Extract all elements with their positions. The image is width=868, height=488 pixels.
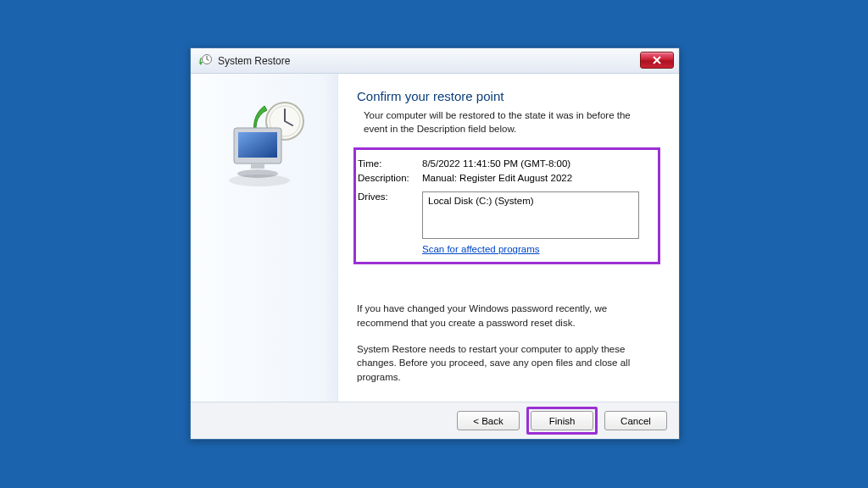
back-button[interactable]: < Back: [457, 411, 520, 430]
description-row: Description: Manual: Register Edit Augus…: [358, 173, 649, 183]
password-note: If you have changed your Windows passwor…: [357, 302, 660, 330]
svg-rect-5: [238, 132, 277, 158]
description-value: Manual: Register Edit August 2022: [422, 173, 572, 183]
svg-rect-6: [251, 164, 264, 169]
content-area: Confirm your restore point Your computer…: [191, 74, 679, 402]
description-label: Description:: [358, 173, 422, 183]
page-heading: Confirm your restore point: [357, 89, 660, 103]
time-row: Time: 8/5/2022 11:41:50 PM (GMT-8:00): [358, 158, 649, 169]
sidebar: [191, 74, 338, 402]
close-button[interactable]: [640, 52, 674, 69]
system-restore-icon: [198, 53, 213, 69]
cancel-button[interactable]: Cancel: [604, 411, 667, 430]
time-label: Time:: [358, 158, 422, 169]
close-icon: [652, 56, 662, 64]
system-restore-window: System Restore: [190, 47, 680, 440]
restart-note: System Restore needs to restart your com…: [357, 342, 660, 385]
restore-point-details: Time: 8/5/2022 11:41:50 PM (GMT-8:00) De…: [353, 147, 660, 264]
page-subtext: Your computer will be restored to the st…: [357, 108, 654, 136]
main-panel: Confirm your restore point Your computer…: [338, 74, 679, 402]
time-value: 8/5/2022 11:41:50 PM (GMT-8:00): [422, 158, 570, 169]
titlebar: System Restore: [191, 48, 679, 74]
svg-point-8: [229, 175, 290, 186]
drives-row: Drives: Local Disk (C:) (System): [358, 191, 649, 239]
finish-button[interactable]: Finish: [531, 411, 593, 430]
finish-highlight: Finish: [526, 407, 598, 435]
drive-item: Local Disk (C:) (System): [428, 196, 534, 206]
scan-affected-programs-link[interactable]: Scan for affected programs: [422, 244, 540, 254]
drives-label: Drives:: [358, 191, 422, 239]
window-title: System Restore: [218, 55, 290, 67]
drives-list: Local Disk (C:) (System): [422, 191, 639, 239]
restore-graphic-icon: [214, 97, 315, 191]
footer-buttons: < Back Finish Cancel: [191, 402, 679, 439]
